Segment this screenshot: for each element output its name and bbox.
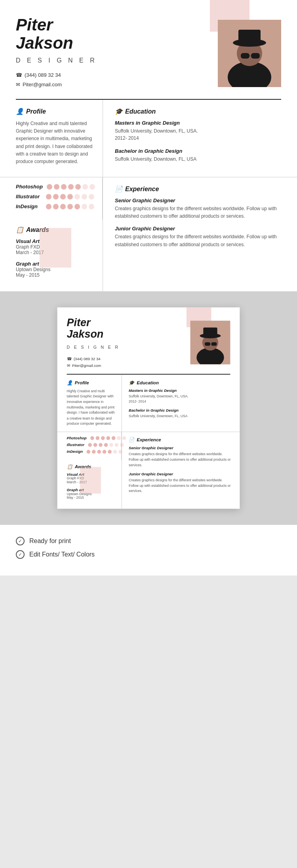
footer-item-2: ✓ Edit Fonts/ Text/ Colors bbox=[16, 550, 281, 559]
check-icon-1: ✓ bbox=[16, 537, 25, 545]
edu-item-2: Bachelor in Graphic Design Suffolk Unive… bbox=[115, 148, 285, 163]
dot bbox=[88, 443, 92, 447]
preview-header-photo bbox=[185, 321, 230, 366]
dot bbox=[61, 184, 67, 190]
footer-label-2: Edit Fonts/ Text/ Colors bbox=[29, 551, 95, 558]
bottom-left: Photoshop Illustrator bbox=[0, 177, 103, 291]
dot bbox=[101, 436, 105, 440]
dot bbox=[89, 184, 95, 190]
dot bbox=[89, 204, 94, 209]
photoshop-dots bbox=[47, 184, 95, 190]
candidate-name: Piter Jakson bbox=[16, 16, 210, 52]
indesign-dots bbox=[46, 204, 94, 209]
dot bbox=[117, 436, 121, 440]
edu-detail-1: Suffolk University, Downtown, FL, USA. bbox=[115, 127, 285, 135]
preview-experience-col: 📄 Experience Senior Graphic Designer Cre… bbox=[122, 432, 240, 509]
preview-email-icon: ✉ bbox=[67, 362, 70, 369]
preview-experience-icon: 📄 bbox=[129, 437, 134, 443]
dot bbox=[89, 194, 94, 199]
dot bbox=[93, 443, 97, 447]
preview-photo-placeholder bbox=[190, 321, 230, 364]
preview-skills-section: Photoshop Illustrator bbox=[57, 432, 122, 460]
photo-placeholder bbox=[218, 20, 281, 87]
preview-profile-col: 👤 Profile Highly Creative and multi tale… bbox=[57, 374, 122, 432]
preview-education-title: 🎓 Education bbox=[129, 380, 233, 385]
dot bbox=[122, 436, 126, 440]
dot bbox=[82, 184, 88, 190]
svg-rect-13 bbox=[205, 342, 210, 346]
email-icon: ✉ bbox=[16, 80, 20, 89]
dot bbox=[47, 184, 52, 190]
preview-skill-indesign: InDesign bbox=[67, 450, 116, 454]
education-col: 🎓 Education Masters in Graphic Design Su… bbox=[103, 100, 297, 177]
experience-icon: 📄 bbox=[115, 185, 123, 193]
preview-header: Piter Jakson D E S I G N E R ☎ (344) 089… bbox=[57, 308, 240, 374]
edu-item-1: Masters in Graphic Design Suffolk Univer… bbox=[115, 120, 285, 142]
dot bbox=[60, 194, 66, 199]
profile-education-row: 👤 Profile Highly Creative and multi tale… bbox=[0, 100, 297, 177]
preview-edu-item-2: Bachelor in Graphic Design Suffolk Unive… bbox=[129, 408, 233, 419]
education-icon: 🎓 bbox=[115, 108, 123, 115]
footer-item-1: ✓ Ready for print bbox=[16, 537, 281, 545]
dot bbox=[53, 194, 59, 199]
preview-phone-row: ☎ (344) 089 32 34 bbox=[67, 355, 185, 362]
dot bbox=[115, 443, 119, 447]
dot bbox=[104, 443, 108, 447]
preview-edu-item-1: Masters in Graphic Design Suffolk Univer… bbox=[129, 388, 233, 404]
phone-icon: ☎ bbox=[16, 70, 22, 80]
dot bbox=[67, 194, 73, 199]
edu-degree-1: Masters in Graphic Design bbox=[115, 120, 285, 126]
svg-rect-14 bbox=[211, 342, 217, 346]
svg-rect-12 bbox=[203, 328, 217, 336]
preview-edu-degree-1: Masters in Graphic Design bbox=[129, 388, 233, 393]
preview-skill-photoshop: Photoshop bbox=[67, 436, 116, 440]
dot bbox=[74, 204, 80, 209]
skill-illustrator: Illustrator bbox=[16, 194, 94, 199]
exp-text-1: Creates graphics designs for the differe… bbox=[115, 205, 285, 220]
profile-title: 👤 Profile bbox=[16, 108, 95, 115]
phone-number: (344) 089 32 34 bbox=[25, 70, 61, 80]
education-title: 🎓 Education bbox=[115, 108, 285, 115]
dot bbox=[118, 450, 122, 454]
dot bbox=[68, 184, 74, 190]
preview-awards-icon: 📋 bbox=[67, 464, 72, 469]
profile-col: 👤 Profile Highly Creative and multi tale… bbox=[0, 100, 103, 177]
footer-label-1: Ready for print bbox=[29, 538, 71, 545]
phone-row: ☎ (344) 089 32 34 bbox=[16, 70, 210, 80]
exp-item-1: Senior Graphic Designer Creates graphics… bbox=[115, 198, 285, 220]
preview-candidate-title: D E S I G N E R bbox=[67, 345, 185, 349]
svg-rect-4 bbox=[238, 30, 261, 44]
profile-text: Highly Creative and multi talented Graph… bbox=[16, 120, 95, 165]
dot bbox=[112, 436, 116, 440]
decorative-pink-awards bbox=[40, 228, 71, 268]
award-sub-2: Uptown Designs bbox=[16, 267, 95, 272]
dot bbox=[99, 443, 103, 447]
dot bbox=[60, 204, 66, 209]
preview-contact-info: ☎ (344) 089 32 34 ✉ Piter@gmail.com bbox=[67, 355, 185, 369]
preview-skill-illustrator: Illustrator bbox=[67, 443, 116, 447]
profile-icon: 👤 bbox=[16, 108, 24, 115]
preview-profile-education-row: 👤 Profile Highly Creative and multi tale… bbox=[57, 374, 240, 432]
contact-info: ☎ (344) 089 32 34 ✉ Piter@gmail.com bbox=[16, 70, 210, 89]
experience-title: 📄 Experience bbox=[115, 185, 285, 193]
exp-text-2: Creates graphics designs for the differe… bbox=[115, 233, 285, 248]
awards-icon: 📋 bbox=[16, 226, 24, 234]
resume-preview: Piter Jakson D E S I G N E R ☎ (344) 089… bbox=[57, 308, 240, 509]
dot bbox=[54, 184, 59, 190]
bottom-section: Photoshop Illustrator bbox=[0, 177, 297, 291]
dot bbox=[82, 194, 87, 199]
exp-title-1: Senior Graphic Designer bbox=[115, 198, 285, 203]
check-icon-2: ✓ bbox=[16, 550, 25, 559]
skill-indesign: InDesign bbox=[16, 203, 94, 209]
dot bbox=[82, 204, 87, 209]
experience-col: 📄 Experience Senior Graphic Designer Cre… bbox=[103, 177, 297, 291]
preview-edu-degree-2: Bachelor in Graphic Design bbox=[129, 408, 233, 412]
preview-profile-text: Highly Creative and multi talented Graph… bbox=[67, 388, 116, 427]
award-date-2: May - 2015 bbox=[16, 272, 95, 278]
dot bbox=[96, 436, 100, 440]
dot bbox=[113, 450, 117, 454]
dot bbox=[46, 194, 51, 199]
dot bbox=[87, 450, 91, 454]
dot bbox=[120, 443, 124, 447]
dot bbox=[109, 443, 113, 447]
